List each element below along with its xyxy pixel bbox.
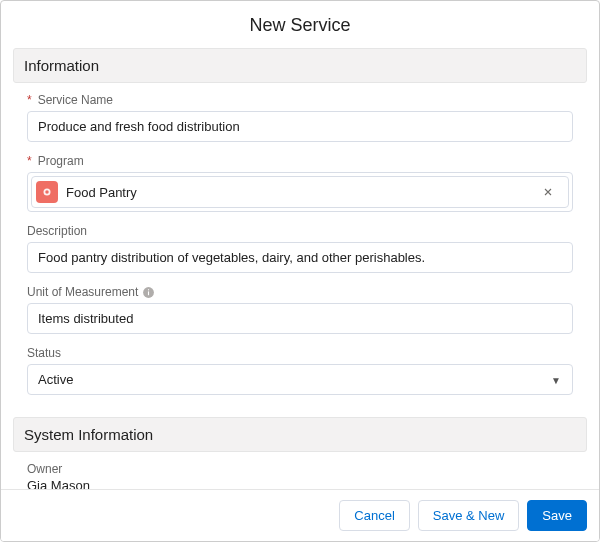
field-unit-of-measurement: Unit of Measurement xyxy=(27,285,573,334)
label-text-description: Description xyxy=(27,224,87,238)
label-service-name: * Service Name xyxy=(27,93,573,107)
program-record-icon xyxy=(36,181,58,203)
status-select-wrap: ▼ xyxy=(27,364,573,395)
section-body-information: * Service Name * Program Food Pantry xyxy=(13,89,587,417)
owner-label: Owner xyxy=(27,462,573,476)
label-program: * Program xyxy=(27,154,573,168)
field-status: Status ▼ xyxy=(27,346,573,395)
section-header-system-information: System Information xyxy=(13,417,587,452)
field-program: * Program Food Pantry xyxy=(27,154,573,212)
label-text-unit-of-measurement: Unit of Measurement xyxy=(27,285,138,299)
svg-rect-3 xyxy=(148,291,149,295)
section-body-system-information: Owner Gia Mason xyxy=(13,458,587,489)
required-star-icon: * xyxy=(27,154,32,168)
field-service-name: * Service Name xyxy=(27,93,573,142)
dialog-content: Information * Service Name * Program Foo… xyxy=(1,48,599,489)
svg-point-1 xyxy=(45,190,49,194)
program-pill-label: Food Pantry xyxy=(66,185,528,200)
save-button[interactable]: Save xyxy=(527,500,587,531)
close-icon xyxy=(542,186,554,198)
description-input[interactable] xyxy=(27,242,573,273)
owner-value: Gia Mason xyxy=(27,478,573,489)
program-remove-button[interactable] xyxy=(536,186,560,198)
dialog-title: New Service xyxy=(1,1,599,48)
label-unit-of-measurement: Unit of Measurement xyxy=(27,285,573,299)
program-lookup[interactable]: Food Pantry xyxy=(27,172,573,212)
svg-rect-4 xyxy=(148,289,149,290)
label-status: Status xyxy=(27,346,573,360)
unit-of-measurement-input[interactable] xyxy=(27,303,573,334)
label-text-program: Program xyxy=(38,154,84,168)
label-text-status: Status xyxy=(27,346,61,360)
program-pill: Food Pantry xyxy=(31,176,569,208)
field-description: Description xyxy=(27,224,573,273)
info-icon[interactable] xyxy=(142,286,155,299)
required-star-icon: * xyxy=(27,93,32,107)
cancel-button[interactable]: Cancel xyxy=(339,500,409,531)
label-description: Description xyxy=(27,224,573,238)
save-and-new-button[interactable]: Save & New xyxy=(418,500,520,531)
dialog-footer: Cancel Save & New Save xyxy=(1,489,599,541)
section-header-information: Information xyxy=(13,48,587,83)
service-name-input[interactable] xyxy=(27,111,573,142)
label-text-service-name: Service Name xyxy=(38,93,113,107)
status-select[interactable] xyxy=(27,364,573,395)
